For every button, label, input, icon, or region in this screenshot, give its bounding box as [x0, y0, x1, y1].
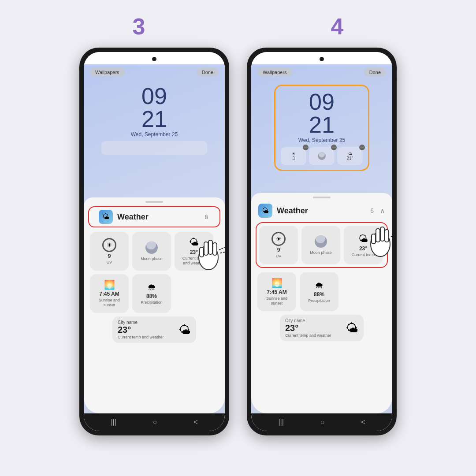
mini-temp-val-4: 21°	[346, 156, 353, 161]
moon-label-4: Moon phase	[310, 250, 332, 255]
city-name-4: City name	[285, 318, 331, 323]
mini-widget-moon-4[interactable]: —	[309, 147, 335, 165]
widget-row1-redbox-4: ☀ 9 UV Moon phase	[256, 222, 388, 268]
mini-widget-temp-4[interactable]: — 🌤 21°	[337, 147, 363, 165]
wallpapers-btn-4[interactable]: Wallpapers	[257, 68, 292, 77]
top-bar-3: Wallpapers Done	[84, 64, 225, 80]
uv-value-4: 9	[277, 247, 280, 253]
phone-4-screen: Wallpapers Done 09 21 Wed, September 25	[251, 52, 392, 431]
city-widget-3[interactable]: City name 23° Current temp and weather 🌤	[112, 316, 196, 343]
clock-widget-3: 09 21 Wed, September 25	[131, 85, 178, 138]
step-3-number: 3	[133, 13, 145, 40]
city-sub-3: Current temp and weather	[118, 335, 164, 339]
uv-label-3: UV	[107, 260, 112, 265]
panel-header-redbox-3: 🌤 Weather 6	[88, 206, 220, 227]
moon-widget-4[interactable]: Moon phase	[301, 226, 340, 264]
panel-handle-4	[313, 197, 331, 198]
panel-handle-3	[145, 201, 163, 203]
current-temp-widget-3[interactable]: 🌤 23° Current temp and weather	[175, 232, 213, 271]
city-info-3: City name 23° Current temp and weather	[118, 320, 164, 339]
weather-icon-4: 🌤	[258, 204, 272, 218]
step-4-number: 4	[331, 13, 344, 40]
uv-widget-4[interactable]: ☀ 9 UV	[259, 226, 298, 264]
cloud-icon-3: 🌤	[189, 237, 199, 248]
sunrise-label-3: Sunrise and sunset	[99, 298, 120, 308]
precipitation-widget-4[interactable]: 🌧 88% Precipitation	[300, 272, 338, 311]
camera-bar-4	[251, 52, 392, 64]
sunrise-value-4: 7:45 AM	[267, 289, 287, 295]
precip-icon-3: 🌧	[147, 282, 156, 292]
city-info-4: City name 23° Current temp and weather	[285, 318, 331, 338]
bottom-panel-3: 🌤 Weather 6 ☀ 9 UV	[84, 197, 225, 413]
selected-widget-4: 09 21 Wed, September 25 — ☀ 3	[274, 85, 369, 171]
precip-value-3: 88%	[146, 293, 157, 299]
current-temp-widget-4[interactable]: 🌤 23° Current temp	[344, 226, 383, 264]
moon-label-3: Moon phase	[141, 257, 163, 261]
expand-icon-4: ∧	[380, 207, 385, 215]
clock-hour-4: 09	[281, 90, 363, 113]
bottom-nav-4: ||| ○ <	[251, 413, 392, 431]
done-btn-3[interactable]: Done	[197, 68, 219, 77]
mini-remove-uv-4[interactable]: —	[303, 145, 309, 150]
city-widget-4[interactable]: City name 23° Current temp and weather 🌤	[280, 315, 364, 341]
screen-content-4: Wallpapers Done 09 21 Wed, September 25	[251, 64, 392, 413]
step-numbers: 3 4	[40, 13, 436, 40]
precip-value-4: 88%	[314, 291, 324, 298]
uv-icon-4: ☀	[271, 232, 286, 246]
clock-date-4: Wed, September 25	[281, 137, 363, 143]
home-icon-3: ○	[153, 418, 157, 426]
panel-count-4: 6	[370, 207, 374, 214]
widget-row2-3: 🌅 7:45 AM Sunrise and sunset 🌧 88% Preci…	[84, 272, 225, 315]
city-sub-4: Current temp and weather	[285, 333, 331, 338]
city-cloud-icon-3: 🌤	[178, 323, 191, 337]
camera-dot-3	[152, 57, 156, 61]
page-container: 3 4 Wallpapers Done	[0, 0, 476, 476]
menu-icon-4: |||	[278, 418, 283, 426]
city-temp-4: 23°	[285, 323, 331, 333]
clock-minute-3: 21	[131, 108, 178, 130]
temp-value-3: 23°	[190, 249, 198, 255]
moon-icon-4	[315, 235, 327, 248]
uv-label-4: UV	[276, 254, 282, 259]
widget-row1-4: ☀ 9 UV Moon phase	[259, 226, 384, 264]
bottom-nav-3: ||| ○ <	[84, 413, 225, 431]
sunrise-icon-4: 🌅	[271, 278, 283, 288]
temp-label-3: Current temp and weather	[182, 256, 206, 266]
widget-row1-3: ☀ 9 UV Moon phase 🌤	[84, 230, 225, 272]
clock-minute-4: 21	[281, 113, 363, 136]
sunrise-widget-4[interactable]: 🌅 7:45 AM Sunrise and sunset	[257, 272, 296, 311]
mini-remove-moon-4[interactable]: —	[331, 145, 337, 150]
sunrise-widget-3[interactable]: 🌅 7:45 AM Sunrise and sunset	[90, 274, 129, 313]
uv-icon-3: ☀	[102, 238, 116, 252]
panel-title-3: Weather	[117, 212, 200, 222]
widget-row2-4: 🌅 7:45 AM Sunrise and sunset 🌧 88% Preci…	[251, 271, 392, 313]
widget-area-4: 09 21 Wed, September 25 — ☀ 3	[251, 80, 392, 175]
clock-date-3: Wed, September 25	[131, 131, 178, 138]
city-cloud-icon-4: 🌤	[346, 321, 358, 335]
sunrise-label-4: Sunrise and sunset	[266, 296, 287, 306]
city-temp-3: 23°	[118, 325, 164, 335]
panel-count-3: 6	[205, 213, 208, 220]
done-btn-4[interactable]: Done	[364, 68, 386, 77]
moon-icon-3	[145, 242, 158, 254]
temp-value-4: 23°	[359, 245, 367, 252]
sunrise-value-3: 7:45 AM	[99, 291, 119, 297]
mini-widget-uv-4[interactable]: — ☀ 3	[281, 147, 306, 165]
moon-widget-3[interactable]: Moon phase	[132, 232, 171, 271]
wallpapers-btn-3[interactable]: Wallpapers	[90, 68, 125, 77]
widget-row3-3: City name 23° Current temp and weather 🌤	[84, 315, 225, 345]
clock-widget-4: 09 21 Wed, September 25	[281, 90, 363, 143]
menu-icon-3: |||	[111, 418, 116, 426]
precip-label-3: Precipitation	[141, 300, 163, 305]
back-icon-3: <	[193, 418, 197, 426]
widget-area-3: 09 21 Wed, September 25	[84, 80, 225, 163]
uv-value-3: 9	[108, 253, 111, 259]
city-name-3: City name	[118, 320, 164, 325]
mini-uv-val-4: 3	[292, 156, 295, 161]
precipitation-widget-3[interactable]: 🌧 88% Precipitation	[132, 274, 171, 313]
mini-moon-icon-4	[318, 152, 326, 160]
bottom-panel-4: 🌤 Weather 6 ∧ ☀ 9	[251, 193, 392, 413]
uv-widget-3[interactable]: ☀ 9 UV	[90, 232, 129, 271]
phones-row: Wallpapers Done 09 21 Wed, September 25	[79, 48, 397, 435]
mini-remove-temp-4[interactable]: —	[359, 145, 365, 150]
